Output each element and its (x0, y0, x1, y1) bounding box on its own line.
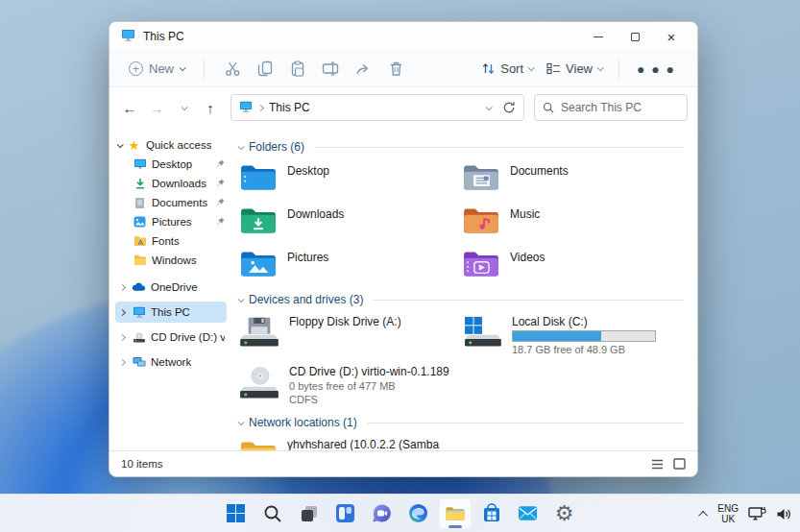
mail-button[interactable] (512, 498, 545, 529)
edge-button[interactable] (402, 498, 435, 529)
section-divider (373, 300, 684, 301)
section-header-folders[interactable]: Folders (6) (238, 137, 684, 157)
start-button[interactable] (220, 498, 253, 529)
sidebar-item-downloads[interactable]: Downloads (115, 174, 227, 193)
item-name: yhvhshared (10.0.2.2 (Samba Server)) (287, 438, 450, 450)
status-bar: 10 items (109, 450, 697, 476)
view-icon (546, 62, 561, 75)
sidebar-item-label: Fonts (152, 235, 180, 247)
widgets-button[interactable] (329, 498, 362, 529)
address-path[interactable]: This PC (269, 101, 310, 114)
collapse-icon (238, 296, 245, 302)
sidebar-item-onedrive[interactable]: OneDrive (115, 277, 227, 298)
item-name: Documents (510, 164, 569, 178)
drive-item-floppy[interactable]: Floppy Disk Drive (A:) (238, 309, 461, 359)
collapse-icon (238, 143, 245, 150)
titlebar[interactable]: This PC × (109, 22, 697, 51)
copy-button[interactable] (251, 56, 279, 83)
sidebar-item-quick-access[interactable]: ★ Quick access (115, 135, 227, 155)
section-title: Network locations (1) (249, 416, 357, 429)
sidebar-item-network[interactable]: Network (115, 351, 227, 373)
share-button[interactable] (349, 56, 377, 83)
search-taskbar-button[interactable] (256, 498, 289, 529)
file-explorer-button[interactable] (439, 498, 472, 529)
sidebar-item-desktop[interactable]: Desktop (115, 155, 227, 174)
share-icon (355, 61, 372, 76)
folder-item-downloads[interactable]: Downloads (238, 200, 461, 243)
sidebar-item-label: Quick access (146, 139, 211, 151)
folder-item-pictures[interactable]: Pictures (238, 243, 461, 286)
plus-icon: + (129, 61, 143, 76)
section-header-network[interactable]: Network locations (1) (238, 413, 684, 432)
sidebar-item-fonts[interactable]: A Fonts (115, 231, 227, 251)
active-app-indicator (448, 525, 462, 528)
cd-drive-icon (132, 331, 146, 344)
item-name: Music (510, 207, 540, 221)
search-input[interactable] (561, 101, 667, 114)
monitor-icon (133, 158, 147, 171)
delete-button[interactable] (381, 56, 410, 83)
network-share-folder-icon (238, 438, 279, 450)
download-icon (133, 178, 147, 190)
sidebar-item-cd-drive[interactable]: CD Drive (D:) virtio-w (115, 326, 227, 348)
cut-button[interactable] (218, 56, 247, 83)
language-indicator[interactable]: ENG UK (717, 503, 739, 524)
folder-item-documents[interactable]: Documents (461, 157, 684, 200)
folder-item-music[interactable]: Music (461, 200, 684, 243)
details-view-button[interactable] (651, 459, 664, 470)
sidebar-item-pictures[interactable]: Pictures (115, 212, 227, 231)
network-item-share[interactable]: yhvhshared (10.0.2.2 (Samba Server)) (238, 432, 461, 450)
section-header-devices[interactable]: Devices and drives (3) (238, 290, 684, 309)
drive-item-cd[interactable]: CD Drive (D:) virtio-win-0.1.189 0 bytes… (238, 359, 461, 409)
gear-icon: ⚙ (555, 503, 574, 524)
item-count: 10 items (121, 458, 162, 470)
sidebar-item-label: Documents (152, 197, 207, 208)
close-button[interactable]: × (653, 24, 690, 49)
folder-icon (133, 254, 147, 267)
rename-icon (322, 61, 339, 76)
language-line1: ENG (717, 503, 739, 514)
sort-button[interactable]: Sort (474, 58, 540, 80)
volume-tray-icon[interactable] (776, 507, 792, 521)
up-button[interactable]: ↑ (198, 95, 223, 120)
paste-button[interactable] (283, 56, 312, 83)
section-title: Folders (6) (249, 140, 304, 154)
forward-button[interactable]: → (144, 95, 169, 120)
task-view-button[interactable] (293, 498, 326, 529)
drive-item-local-disk[interactable]: Local Disk (C:) 18.7 GB free of 48.9 GB (461, 309, 684, 359)
minimize-button[interactable] (580, 24, 617, 49)
sidebar-item-label: OneDrive (151, 281, 198, 293)
chevron-right-icon (118, 333, 125, 340)
rename-button[interactable] (316, 56, 345, 83)
maximize-button[interactable] (617, 24, 653, 49)
view-button[interactable]: View (540, 58, 609, 80)
recent-locations-button[interactable] (171, 95, 196, 120)
onedrive-cloud-icon (132, 281, 146, 294)
trash-icon (389, 60, 403, 77)
back-button[interactable]: ← (117, 95, 142, 120)
search-box[interactable] (534, 94, 688, 121)
new-button[interactable]: + New (123, 58, 190, 80)
sidebar-item-this-pc[interactable]: This PC (115, 302, 227, 323)
cd-drive-icon (238, 365, 280, 399)
store-button[interactable] (475, 498, 508, 529)
settings-button[interactable]: ⚙ (548, 498, 581, 529)
disk-free-text: 18.7 GB free of 48.9 GB (512, 344, 656, 355)
chat-button[interactable] (366, 498, 399, 529)
tray-overflow-button[interactable] (698, 510, 708, 520)
address-bar[interactable]: This PC (230, 94, 524, 121)
chevron-down-icon (181, 104, 187, 110)
folder-item-desktop[interactable]: Desktop (238, 157, 461, 200)
thumbnail-view-button[interactable] (673, 458, 686, 470)
see-more-button[interactable]: ● ● ● (629, 61, 684, 77)
network-tray-icon[interactable] (748, 506, 766, 521)
disk-usage-bar (512, 330, 656, 342)
folder-item-videos[interactable]: Videos (461, 243, 684, 286)
chevron-right-icon (118, 283, 125, 290)
star-icon: ★ (127, 139, 141, 152)
sidebar-item-documents[interactable]: Documents (115, 193, 227, 212)
scissors-icon (225, 60, 241, 77)
address-dropdown-icon[interactable] (486, 104, 493, 110)
sidebar-item-windows[interactable]: Windows (115, 251, 227, 270)
refresh-icon[interactable] (502, 101, 516, 114)
